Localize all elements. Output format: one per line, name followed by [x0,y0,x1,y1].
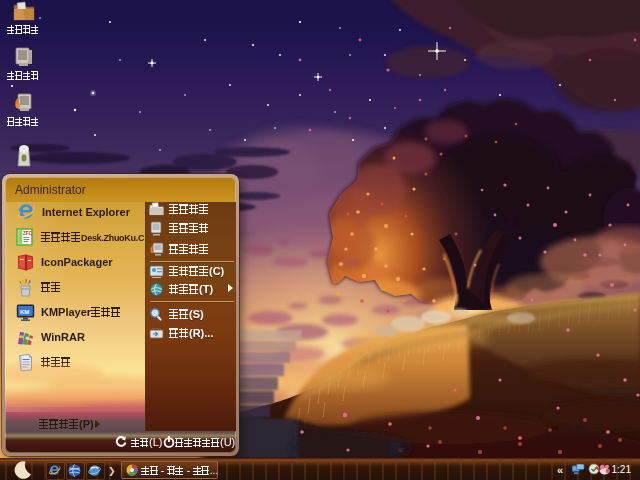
svg-text:KM: KM [20,309,29,315]
svg-text:ZFC: ZFC [23,231,33,236]
